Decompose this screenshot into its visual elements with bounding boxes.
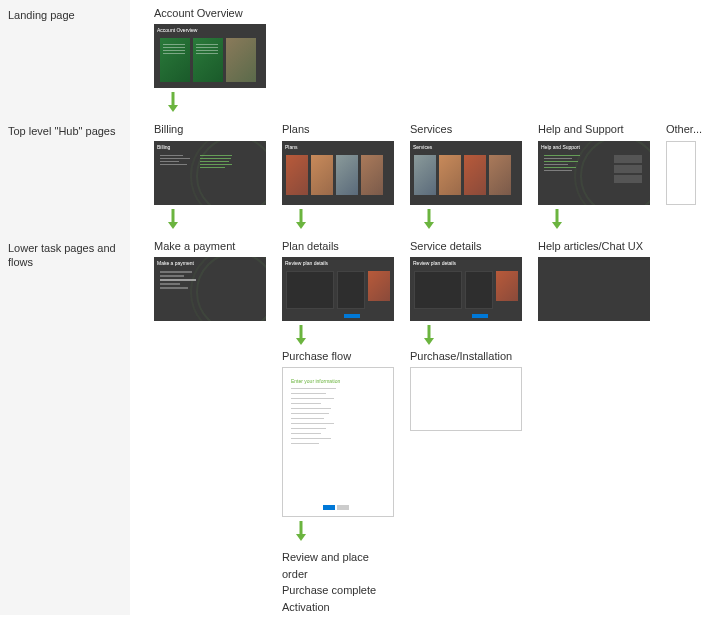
col-services: Services Services	[410, 122, 522, 232]
end-labels: Review and place order Purchase complete…	[282, 545, 394, 615]
arrow-down-icon	[422, 209, 436, 229]
col-help-articles: Help articles/Chat UX	[538, 239, 650, 321]
end-label-1: Review and place order	[282, 549, 394, 582]
thumb-help-articles	[538, 257, 650, 321]
row-content-landing: Account Overview Account Overview	[130, 0, 720, 116]
arrow-down-icon	[294, 521, 308, 541]
arrow-down-icon	[294, 209, 308, 229]
thumb-title: Make a payment	[157, 260, 194, 266]
svg-marker-15	[424, 338, 434, 345]
tile-label-other: Other...	[666, 122, 702, 136]
svg-marker-13	[296, 534, 306, 541]
photo-tile	[489, 155, 511, 195]
thumb-title: Services	[413, 144, 432, 150]
tile-label-help-articles: Help articles/Chat UX	[538, 239, 643, 253]
cta-button	[344, 314, 360, 318]
review-thumb	[368, 271, 390, 301]
tile-label-services: Services	[410, 122, 452, 136]
thumb-title: Account Overview	[157, 27, 197, 33]
thumb-title: Billing	[157, 144, 170, 150]
panel-card	[193, 38, 223, 82]
help-lines	[544, 155, 584, 173]
svg-marker-7	[424, 222, 434, 229]
thumb-plan-details: Review plan details	[282, 257, 394, 321]
tile-label-help: Help and Support	[538, 122, 624, 136]
arrow-down-icon	[294, 325, 308, 345]
photo-tile	[336, 155, 358, 195]
col-service-details: Service details Review plan details Purc…	[410, 239, 522, 432]
photo-tile	[439, 155, 461, 195]
tile-label-purchase-flow: Purchase flow	[282, 349, 351, 363]
svg-marker-5	[296, 222, 306, 229]
arrow-down-icon	[422, 325, 436, 345]
row-content-hub: Billing Billing	[130, 116, 720, 232]
swirl-bg	[196, 257, 266, 321]
thumb-help: Help and Support	[538, 141, 650, 205]
review-layout	[414, 271, 518, 309]
row-label-lower: Lower task pages and flows	[0, 233, 130, 616]
row-label-hub: Top level "Hub" pages	[0, 116, 130, 232]
sitemap-grid: Landing page Account Overview Account Ov…	[0, 0, 720, 615]
panel-card	[160, 38, 190, 82]
arrow-down-icon	[166, 92, 180, 112]
review-layout	[286, 271, 390, 309]
thumb-make-payment: Make a payment	[154, 257, 266, 321]
col-account-overview: Account Overview Account Overview	[154, 6, 266, 116]
photo-tiles	[286, 155, 383, 195]
tile-label-plan-details: Plan details	[282, 239, 339, 253]
svg-marker-9	[552, 222, 562, 229]
tile-label-billing: Billing	[154, 122, 183, 136]
thumb-account-overview: Account Overview	[154, 24, 266, 88]
panel-row	[160, 38, 256, 82]
col-make-payment: Make a payment Make a payment	[154, 239, 266, 321]
form-title: Enter your information	[291, 378, 341, 384]
thumb-title: Review plan details	[285, 260, 328, 266]
review-thumb	[496, 271, 518, 301]
svg-marker-1	[168, 105, 178, 112]
button-pair	[323, 505, 349, 510]
svg-marker-3	[168, 222, 178, 229]
review-card	[414, 271, 462, 309]
photo-tile	[311, 155, 333, 195]
end-label-2: Purchase complete	[282, 582, 394, 599]
tile-label-service-details: Service details	[410, 239, 482, 253]
thumb-purchase-installation	[410, 367, 522, 431]
thumb-title: Help and Support	[541, 144, 580, 150]
photo-tile	[286, 155, 308, 195]
end-label-3: Activation	[282, 599, 394, 616]
thumb-plans: Plans	[282, 141, 394, 205]
tile-label-make-payment: Make a payment	[154, 239, 235, 253]
col-help: Help and Support Help and Support	[538, 122, 650, 232]
row-content-lower: Make a payment Make a payment Plan detai…	[130, 233, 720, 616]
primary-btn	[323, 505, 335, 510]
thumb-title: Review plan details	[413, 260, 456, 266]
panel-card-photo	[226, 38, 256, 82]
photo-tiles	[414, 155, 511, 195]
secondary-btn	[337, 505, 349, 510]
col-plan-details: Plan details Review plan details Purchas…	[282, 239, 394, 616]
photo-tile	[414, 155, 436, 195]
arrow-down-icon	[550, 209, 564, 229]
svg-marker-11	[296, 338, 306, 345]
thumb-services: Services	[410, 141, 522, 205]
form-content: Enter your information	[291, 378, 341, 448]
col-other: Other...	[666, 122, 706, 204]
review-card	[337, 271, 365, 309]
help-badges	[614, 155, 644, 185]
review-card	[465, 271, 493, 309]
tile-label-purchase-installation: Purchase/Installation	[410, 349, 512, 363]
thumb-service-details: Review plan details	[410, 257, 522, 321]
thumb-title: Plans	[285, 144, 298, 150]
row-label-landing: Landing page	[0, 0, 130, 116]
payment-form	[160, 271, 200, 291]
cta-button	[472, 314, 488, 318]
photo-tile	[464, 155, 486, 195]
col-billing: Billing Billing	[154, 122, 266, 232]
billing-layout	[160, 155, 236, 199]
col-plans: Plans Plans	[282, 122, 394, 232]
review-card	[286, 271, 334, 309]
thumb-billing: Billing	[154, 141, 266, 205]
arrow-down-icon	[166, 209, 180, 229]
tile-label-account-overview: Account Overview	[154, 6, 243, 20]
photo-tile	[361, 155, 383, 195]
